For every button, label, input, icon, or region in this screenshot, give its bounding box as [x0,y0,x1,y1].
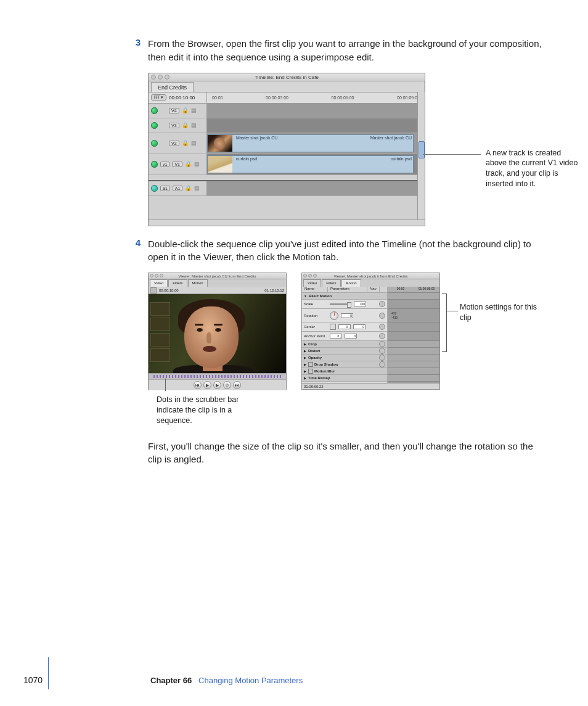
row-rotation[interactable]: Rotation0 [302,309,387,322]
play-in-out-icon[interactable]: ▶ [203,381,211,389]
timeline-titlebar: Timeline: End Credits in Cafe [149,73,425,81]
checkbox-icon[interactable] [308,362,313,367]
lock-icon[interactable]: 🔒 [185,185,192,191]
visibility-icon[interactable] [151,140,158,147]
next-edit-icon[interactable]: ⏭ [233,381,241,389]
tab-motion[interactable]: Motion [188,279,208,287]
track-src-a1[interactable]: a1 [160,186,170,191]
step-3-text: From the Browser, open the first clip yo… [148,37,545,64]
rotation-dial[interactable] [330,311,338,320]
viewer-title: Viewer: Master shot jacob CU from End Cr… [179,274,256,278]
col-params: Parameters [328,287,367,292]
row-scale[interactable]: Scale100 [302,300,387,309]
section-opacity[interactable]: ▶Opacity [302,355,387,361]
chapter-label: Chapter 66 Changing Motion Parameters [150,676,303,685]
page-number: 1070 [23,675,43,685]
visibility-icon[interactable] [151,107,158,114]
track-src-v1[interactable]: v1 [160,162,169,167]
track-a1: a1A1🔒▤ [149,181,425,196]
prev-edit-icon[interactable]: ⏮ [194,381,202,389]
scrubber-bar[interactable] [149,374,286,380]
track-v1: v1V1🔒▤ curtain.psd curtain.psd [149,154,425,175]
track-v3: V3🔒▤ [149,118,425,133]
row-center[interactable]: Center0 ,0 [302,322,387,332]
step-3: 3 From the Browser, open the first clip … [43,37,545,64]
section-motionblur[interactable]: ▶Motion Blur [302,368,387,375]
step-4: 4 Double-click the sequence clip you've … [43,237,545,265]
checkbox-icon[interactable] [308,369,313,374]
motion-timecode: 01:00:00:22 [304,385,324,388]
keyframe-button[interactable] [379,301,385,307]
track-v4: V4🔒▤ [149,104,425,118]
section-basic-motion[interactable]: ▼Basic Motion [302,293,387,300]
scale-slider[interactable] [330,303,351,305]
viewer-video: Viewer: Master shot jacob CU from End Cr… [148,273,287,390]
tab-filters[interactable]: Filters [168,279,187,287]
lock-icon[interactable]: 🔒 [185,161,192,167]
visibility-icon[interactable] [151,122,158,129]
keyframe-button[interactable] [379,348,385,354]
timeline-window: Timeline: End Credits in Cafe End Credit… [148,73,425,226]
zoom-menu[interactable] [150,287,157,293]
scale-value[interactable]: 100 [354,302,366,306]
timeline-tab[interactable]: End Credits [151,82,194,92]
track-v2: V2🔒▤ Master shot jacob CU Master shot ja… [149,133,425,154]
section-timeremap[interactable]: ▶Time Remap [302,375,387,382]
viewer-tc-out: 01:12:15:12 [264,289,284,292]
play-around-icon[interactable]: ⟳ [223,381,231,389]
keyframe-button[interactable] [379,355,385,361]
keyframe-button[interactable] [379,341,385,347]
step-4-text: Double-click the sequence clip you've ju… [148,237,545,265]
track-label-v4[interactable]: V4 [169,108,179,113]
keyframe-button[interactable] [379,333,385,339]
tab-motion[interactable]: Motion [341,279,361,287]
viewer-motion: Viewer: Master shot jacob ii from End Cr… [301,273,440,390]
footer-divider [48,657,49,689]
tab-video[interactable]: Video [150,279,168,287]
lock-icon[interactable]: 🔒 [182,140,189,146]
clip-v2[interactable]: Master shot jacob CU Master shot jacob C… [207,134,414,152]
viewer-canvas[interactable] [149,294,286,373]
timeline-title: Timeline: End Credits in Cafe [255,75,319,80]
tab-video[interactable]: Video [303,279,321,287]
callout-timeline: A new track is created above the current… [486,148,578,190]
visibility-icon[interactable] [151,161,158,168]
callout-motion: Motion settings for this clip [460,302,540,323]
clip-thumbnail [208,135,232,152]
tab-filters[interactable]: Filters [322,279,340,287]
rt-button[interactable]: RT ▾ [151,94,166,101]
keyframe-button[interactable] [379,324,385,330]
col-nav: Nav [367,287,380,292]
timeline-ruler[interactable]: 00:00 00:00:03:00 00:00:06:00 00:00:09:0… [207,92,425,103]
track-label-v3[interactable]: V3 [169,123,179,128]
col-name: Name [302,287,328,292]
keyframe-button[interactable] [379,361,385,367]
section-distort[interactable]: ▶Distort [302,348,387,355]
timeline-footer [149,220,425,226]
track-label-v1[interactable]: V1 [172,162,182,167]
row-anchor[interactable]: Anchor Point0 ,0 [302,332,387,341]
step-3-number: 3 [131,37,141,64]
viewer-title: Viewer: Master shot jacob ii from End Cr… [334,274,408,278]
crosshair-icon[interactable] [330,324,336,330]
step-4-number: 4 [131,237,141,265]
timeline-timecode: 00:00:10:00 [169,95,195,101]
section-crop[interactable]: ▶Crop [302,341,387,348]
audio-icon[interactable] [151,185,158,192]
section-dropshadow[interactable]: ▶Drop Shadow [302,361,387,368]
timeline-figure: Timeline: End Credits in Cafe End Credit… [148,73,545,226]
timeline-scrollbar-v[interactable] [417,92,425,220]
keyframe-button[interactable] [379,313,385,319]
bracket-icon [442,293,447,352]
viewer-tc-in: 00:00:10:00 [159,289,179,292]
rotation-value[interactable]: 0 [341,313,353,318]
track-label-v2[interactable]: V2 [169,141,179,146]
lock-icon[interactable]: 🔒 [182,107,189,113]
play-icon[interactable]: ▶ [213,381,221,389]
clip-thumbnail [208,156,232,173]
viewer-figure-row: Viewer: Master shot jacob CU from End Cr… [148,273,545,390]
clip-v1[interactable]: curtain.psd curtain.psd [207,155,414,173]
track-label-a1[interactable]: A1 [173,186,183,191]
window-traffic-lights [151,75,169,80]
lock-icon[interactable]: 🔒 [182,122,189,128]
